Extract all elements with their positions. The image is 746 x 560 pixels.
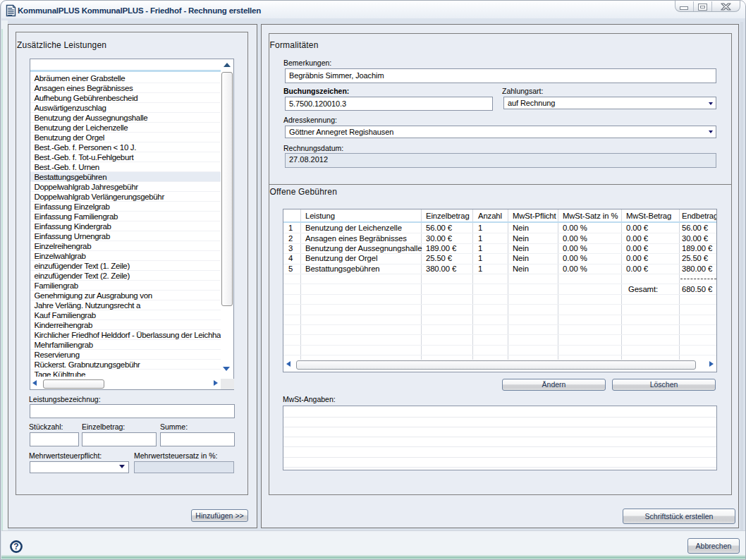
svg-text:?: ?	[13, 542, 18, 552]
